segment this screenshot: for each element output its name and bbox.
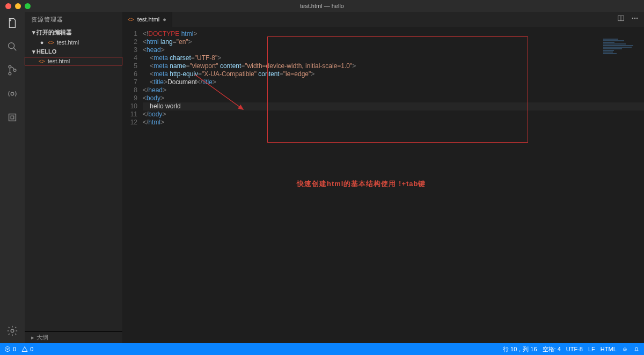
- close-icon[interactable]: ●: [39, 39, 45, 46]
- html-file-icon: <>: [128, 17, 134, 23]
- svg-point-7: [11, 329, 14, 332]
- box-icon[interactable]: [5, 110, 19, 124]
- svg-point-11: [636, 18, 638, 19]
- status-indent[interactable]: 空格: 4: [543, 345, 561, 353]
- more-icon[interactable]: [631, 14, 639, 24]
- outline-header[interactable]: ▸大纲: [25, 331, 122, 343]
- status-eol[interactable]: LF: [588, 346, 595, 352]
- svg-point-4: [11, 92, 14, 95]
- folder-header[interactable]: ▾HELLO: [25, 47, 122, 57]
- file-name: test.html: [48, 58, 70, 64]
- html-file-icon: <>: [48, 40, 54, 46]
- split-editor-icon[interactable]: [617, 14, 625, 24]
- window-minimize-icon[interactable]: [15, 3, 21, 9]
- svg-point-3: [13, 69, 16, 72]
- activity-bar: [0, 12, 25, 343]
- files-icon[interactable]: [5, 16, 19, 30]
- minimap[interactable]: [603, 39, 641, 55]
- svg-point-1: [9, 65, 11, 68]
- svg-point-10: [634, 18, 635, 19]
- tab-dirty-icon[interactable]: ●: [163, 16, 166, 23]
- status-language[interactable]: HTML: [601, 346, 617, 352]
- open-editor-name: test.html: [57, 39, 79, 46]
- status-bar: 0 0 行 10，列 16 空格: 4 UTF-8 LF HTML ☺: [0, 343, 644, 355]
- tab-test-html[interactable]: <> test.html ●: [122, 12, 172, 27]
- titlebar: test.html — hello: [0, 0, 644, 12]
- line-gutter: 12 34 56 78 910 1112: [122, 27, 143, 343]
- tab-bar: <> test.html ●: [122, 12, 644, 27]
- tab-label: test.html: [137, 16, 160, 23]
- status-cursor-position[interactable]: 行 10，列 16: [503, 345, 537, 353]
- gear-icon[interactable]: [5, 324, 19, 338]
- sidebar-title: 资源管理器: [25, 12, 122, 27]
- status-warnings[interactable]: 0: [21, 346, 33, 352]
- window-close-icon[interactable]: [5, 3, 11, 9]
- explorer-sidebar: 资源管理器 ▾打开的编辑器 ● <> test.html ▾HELLO <> t…: [25, 12, 122, 343]
- status-bell-icon[interactable]: [633, 346, 640, 352]
- open-editors-header[interactable]: ▾打开的编辑器: [25, 27, 122, 38]
- status-errors[interactable]: 0: [4, 346, 16, 352]
- html-file-icon: <>: [39, 58, 45, 64]
- window-title: test.html — hello: [300, 3, 344, 9]
- status-encoding[interactable]: UTF-8: [566, 346, 583, 352]
- editor-area: <> test.html ● 12 34 56 78 910 1112: [122, 12, 644, 343]
- svg-rect-6: [11, 116, 14, 119]
- search-icon[interactable]: [5, 40, 19, 54]
- svg-point-9: [632, 18, 633, 19]
- scm-icon[interactable]: [5, 63, 19, 77]
- live-icon[interactable]: [5, 87, 19, 101]
- status-feedback-icon[interactable]: ☺: [622, 346, 628, 352]
- svg-point-0: [9, 43, 14, 49]
- annotation-text: 快速创建html的基本结构使用 !+tab键: [297, 179, 426, 189]
- open-editor-item[interactable]: ● <> test.html: [25, 38, 122, 47]
- window-maximize-icon[interactable]: [25, 3, 31, 9]
- svg-point-2: [9, 72, 11, 75]
- file-item[interactable]: <> test.html: [25, 57, 122, 65]
- svg-rect-5: [9, 114, 16, 121]
